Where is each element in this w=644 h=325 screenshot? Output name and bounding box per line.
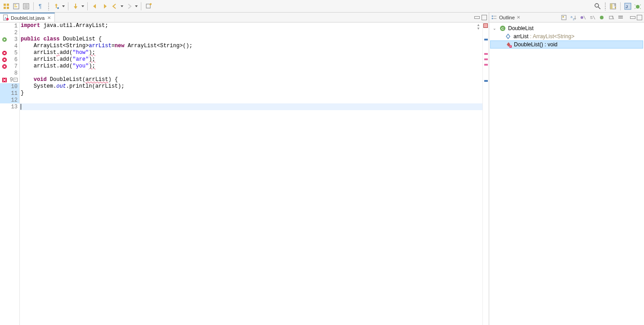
outline-class-label: DoubleList: [508, 25, 534, 31]
editor-body: 1 2 3 4 5 6 7 8 9− 10 11 12 13 import ja…: [0, 22, 489, 325]
line-num-7: 7: [9, 63, 20, 70]
line-num-9: 9−: [9, 77, 20, 83]
svg-rect-13: [610, 4, 612, 9]
code-line: [20, 29, 482, 36]
back-icon[interactable]: [90, 2, 99, 11]
editor-pane: Jx DoubleList.java ✕ 1 2 3 4 5 6 7 8 9−: [0, 13, 489, 325]
error-marker-icon[interactable]: [0, 50, 9, 56]
outline-node-class[interactable]: ⌄ C DoubleList: [490, 24, 643, 32]
error-marker-icon[interactable]: [0, 64, 9, 69]
next-annotation-icon[interactable]: [71, 2, 80, 11]
show-whitespace-icon[interactable]: ¶: [36, 2, 45, 11]
open-perspective-icon[interactable]: [608, 2, 617, 11]
svg-point-10: [595, 4, 599, 7]
outline-toolbar: Outline ✕ az S: [489, 13, 644, 22]
line-num-10: 10: [9, 84, 20, 90]
sort-icon[interactable]: az: [569, 13, 577, 22]
toggle-breadcrumb-icon[interactable]: [2, 2, 11, 11]
outline-node-method[interactable]: DoubleList() : void: [490, 40, 643, 49]
svg-text:J: J: [626, 4, 628, 9]
close-icon[interactable]: ✕: [517, 15, 520, 20]
svg-text:C: C: [501, 27, 504, 31]
search-icon[interactable]: [593, 2, 602, 11]
editor-tab[interactable]: Jx DoubleList.java ✕: [0, 13, 55, 22]
svg-point-8: [57, 7, 59, 9]
view-menu-icon[interactable]: [617, 13, 625, 22]
svg-point-16: [636, 5, 639, 9]
code-line: [20, 97, 482, 103]
outline-pane: Outline ✕ az S ⌄ C DoubleList: [489, 13, 644, 325]
code-line: ArrayList<String>arrList=new ArrayList<S…: [20, 43, 482, 49]
line-num-11: 11: [9, 90, 20, 97]
outline-field-sig: : ArrayList<String>: [528, 33, 574, 40]
svg-line-19: [635, 8, 635, 9]
line-num-3: 3: [9, 36, 20, 43]
hide-nonpublic-icon[interactable]: [598, 13, 606, 22]
hide-static-icon[interactable]: S: [588, 13, 596, 22]
focus-on-active-icon[interactable]: [560, 13, 568, 22]
overview-ruler[interactable]: ▲▼: [482, 22, 489, 325]
fold-toggle-icon[interactable]: −: [14, 78, 18, 82]
line-num-6: 6: [9, 57, 20, 63]
outline-node-field[interactable]: arrList : ArrayList<String>: [490, 32, 643, 40]
svg-line-11: [598, 7, 600, 9]
maximize-icon[interactable]: [637, 15, 642, 20]
pin-editor-icon[interactable]: [144, 2, 153, 11]
svg-point-42: [600, 16, 603, 19]
code-line: arrList.add("how");: [20, 49, 482, 56]
svg-rect-1: [14, 4, 16, 5]
run-marker-icon[interactable]: [0, 37, 9, 42]
nav-back-history-icon[interactable]: [110, 2, 119, 11]
svg-text:J: J: [5, 16, 6, 19]
hide-local-icon[interactable]: [607, 13, 615, 22]
svg-rect-46: [618, 18, 623, 18]
svg-line-17: [635, 4, 635, 5]
main-toolbar: ¶ J: [0, 0, 644, 13]
minimize-icon[interactable]: [630, 16, 635, 19]
svg-line-18: [640, 4, 641, 5]
field-default-icon: [504, 33, 512, 40]
twisty-down-icon[interactable]: ⌄: [492, 26, 497, 31]
outline-tree[interactable]: ⌄ C DoubleList arrList : ArrayList<Strin…: [489, 22, 644, 325]
line-num-13: 13: [9, 104, 20, 110]
line-num-5: 5: [9, 50, 20, 56]
hide-fields-icon[interactable]: [579, 13, 587, 22]
svg-rect-35: [563, 16, 564, 18]
forward-icon[interactable]: [100, 2, 109, 11]
error-quickfix-icon[interactable]: [0, 77, 9, 83]
editor-tabbar: Jx DoubleList.java ✕: [0, 13, 489, 22]
toggle-mark-occurrences-icon[interactable]: [12, 2, 21, 11]
java-perspective-icon[interactable]: J: [623, 2, 632, 11]
minimize-icon[interactable]: [474, 16, 480, 19]
nav-forward-history-icon[interactable]: [125, 2, 134, 11]
svg-text:z: z: [573, 18, 575, 21]
outline-method-label: DoubleList(): [514, 41, 543, 48]
debug-perspective-icon[interactable]: [633, 2, 642, 11]
outline-tab[interactable]: Outline ✕: [491, 14, 520, 21]
svg-rect-45: [618, 16, 623, 17]
error-marker-icon[interactable]: [0, 57, 9, 62]
editor-gutter[interactable]: 1 2 3 4 5 6 7 8 9− 10 11 12 13: [0, 22, 20, 325]
code-line: void DoubleList(arrList) {: [20, 76, 482, 83]
code-line: arrList.add("are");: [20, 56, 482, 63]
svg-rect-32: [492, 18, 493, 19]
annotation-nav-icon[interactable]: [52, 2, 61, 11]
outline-icon: [491, 14, 497, 21]
code-line: }: [20, 90, 482, 97]
svg-line-39: [584, 16, 585, 19]
line-num-12: 12: [9, 97, 20, 103]
nav-back-dropdown[interactable]: [120, 2, 124, 11]
toggle-block-icon[interactable]: [22, 2, 31, 11]
error-summary-icon[interactable]: [483, 23, 488, 28]
annotation-nav-dropdown[interactable]: [62, 2, 65, 11]
nav-forward-dropdown[interactable]: [135, 2, 138, 11]
code-area[interactable]: import java.util.ArrayList; public class…: [20, 22, 482, 325]
main-split: Jx DoubleList.java ✕ 1 2 3 4 5 6 7 8 9−: [0, 13, 644, 325]
svg-text:¶: ¶: [39, 3, 41, 9]
next-annotation-dropdown[interactable]: [81, 2, 85, 11]
maximize-icon[interactable]: [482, 15, 487, 20]
close-icon[interactable]: ✕: [46, 15, 52, 20]
code-line: arrList.add("you");: [20, 63, 482, 70]
line-num-2: 2: [9, 30, 20, 36]
code-line: [20, 70, 482, 76]
